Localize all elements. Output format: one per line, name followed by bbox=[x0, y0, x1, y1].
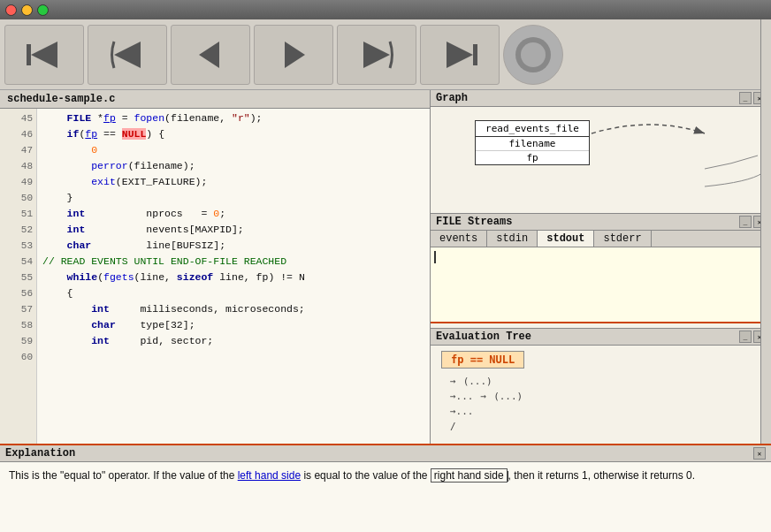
explanation-close-btn[interactable]: ✕ bbox=[753, 447, 766, 460]
svg-rect-6 bbox=[473, 44, 477, 65]
eval-title: Evaluation Tree bbox=[436, 331, 531, 343]
forward-button[interactable] bbox=[337, 25, 416, 85]
graph-title: Graph bbox=[436, 92, 468, 104]
record-button[interactable] bbox=[503, 25, 563, 85]
code-line: int nprocs = 0; bbox=[42, 206, 424, 222]
tab-stdout[interactable]: stdout bbox=[538, 231, 594, 247]
eval-row-1: → (...) bbox=[450, 376, 760, 387]
title-bar bbox=[0, 0, 771, 19]
code-line: if(fp == NULL) { bbox=[42, 126, 424, 142]
explanation-title: Explanation bbox=[5, 447, 75, 460]
explanation-text: This is the "equal to" operator. If the … bbox=[0, 462, 771, 490]
graph-section: Graph _ ✕ read_events_file filename fp bbox=[431, 90, 771, 214]
minimize-button[interactable] bbox=[21, 4, 33, 16]
text-cursor bbox=[434, 251, 436, 263]
svg-marker-2 bbox=[114, 42, 141, 68]
tab-events[interactable]: events bbox=[431, 231, 487, 247]
svg-point-9 bbox=[521, 42, 546, 67]
svg-marker-4 bbox=[285, 42, 305, 68]
svg-marker-7 bbox=[447, 42, 473, 68]
explanation-header: Explanation ✕ bbox=[0, 445, 771, 462]
code-tab[interactable]: schedule-sample.c bbox=[0, 90, 430, 109]
eval-arrow-4: →... bbox=[450, 406, 474, 417]
eval-tree: → (...) →... → (...) →... / bbox=[441, 376, 760, 432]
code-line: while(fgets(line, sizeof line, fp) != N bbox=[42, 270, 424, 285]
eval-slash: / bbox=[450, 421, 456, 432]
tab-stdin[interactable]: stdin bbox=[487, 231, 538, 247]
code-tab-label: schedule-sample.c bbox=[7, 93, 115, 105]
first-button[interactable] bbox=[4, 25, 84, 85]
code-line: char type[32]; bbox=[42, 317, 424, 333]
eval-minimize-btn[interactable]: _ bbox=[739, 331, 752, 343]
func-param-filename: filename bbox=[476, 137, 589, 151]
eval-arrow-3: → bbox=[481, 391, 487, 402]
code-line: exit(EXIT_FAILURE); bbox=[42, 174, 424, 190]
svg-marker-5 bbox=[363, 42, 390, 68]
function-box: read_events_file filename fp bbox=[475, 120, 590, 165]
eval-row-3: →... bbox=[450, 406, 760, 417]
code-line: FILE *fp = fopen(filename, "r"); bbox=[42, 110, 424, 126]
graph-minimize-btn[interactable]: _ bbox=[739, 92, 752, 104]
code-line: { bbox=[42, 285, 424, 301]
eval-paren-2: (...) bbox=[493, 391, 523, 402]
step-forward-button[interactable] bbox=[254, 25, 333, 85]
eval-paren-1: (...) bbox=[463, 376, 492, 387]
streams-section: FILE Streams _ ✕ events stdin stdout std… bbox=[431, 214, 771, 329]
code-line: 0 bbox=[42, 142, 424, 158]
step-back-button[interactable] bbox=[171, 25, 250, 85]
func-param-fp: fp bbox=[476, 151, 589, 164]
right-scrollbar[interactable] bbox=[760, 19, 771, 452]
close-button[interactable] bbox=[5, 4, 17, 16]
eval-expression: fp == NULL bbox=[441, 351, 524, 369]
streams-header: FILE Streams _ ✕ bbox=[431, 214, 771, 231]
maximize-button[interactable] bbox=[37, 4, 49, 16]
svg-marker-1 bbox=[31, 42, 57, 68]
toolbar bbox=[0, 19, 771, 90]
function-name: read_events_file bbox=[476, 121, 589, 137]
streams-title: FILE Streams bbox=[436, 216, 512, 228]
left-hand-side-link[interactable]: left hand side bbox=[238, 469, 301, 482]
code-line: // READ EVENTS UNTIL END-OF-FILE REACHED bbox=[42, 254, 424, 270]
svg-marker-3 bbox=[199, 42, 219, 68]
code-line: int pid, sector; bbox=[42, 333, 424, 349]
svg-rect-0 bbox=[27, 44, 31, 65]
code-line: perror(filename); bbox=[42, 158, 424, 174]
last-button[interactable] bbox=[420, 25, 500, 85]
code-line: char line[BUFSIZ]; bbox=[42, 238, 424, 254]
stream-content[interactable] bbox=[431, 247, 771, 323]
code-line: int milliseconds, microseconds; bbox=[42, 301, 424, 317]
right-hand-side-box[interactable]: right hand side bbox=[431, 468, 508, 483]
graph-header: Graph _ ✕ bbox=[431, 90, 771, 107]
back-button[interactable] bbox=[88, 25, 167, 85]
eval-row-4: / bbox=[450, 421, 760, 432]
eval-row-2: →... → (...) bbox=[450, 391, 760, 402]
explanation-cursor bbox=[508, 471, 508, 482]
eval-arrow-2: →... bbox=[450, 391, 474, 402]
explanation-panel: Explanation ✕ This is the "equal to" ope… bbox=[0, 444, 771, 532]
graph-content: read_events_file filename fp bbox=[431, 107, 771, 211]
eval-arrow-1: → bbox=[450, 376, 456, 387]
eval-header: Evaluation Tree _ ✕ bbox=[431, 329, 771, 346]
streams-tabs: events stdin stdout stderr bbox=[431, 231, 771, 247]
code-line: } bbox=[42, 190, 424, 206]
code-line: int nevents[MAXPID]; bbox=[42, 222, 424, 238]
tab-stderr[interactable]: stderr bbox=[594, 231, 651, 247]
streams-minimize-btn[interactable]: _ bbox=[739, 216, 752, 228]
